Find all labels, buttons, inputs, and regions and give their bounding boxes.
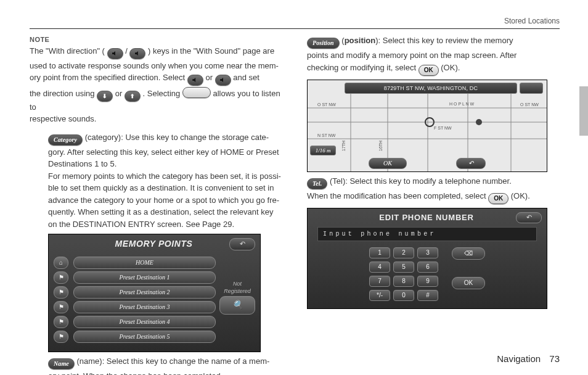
category-line7: quently. When setting it as a destinatio…	[48, 207, 282, 218]
phone-ok-button[interactable]: OK	[452, 277, 485, 289]
key-star[interactable]: */-	[369, 290, 390, 301]
header-section: Stored Locations	[30, 16, 560, 29]
mp-row-1[interactable]: ⚑Preset Destination 1	[54, 271, 216, 284]
mp-row-home[interactable]: ⌂ HOME	[54, 257, 216, 269]
phone-prompt: Input phone number	[317, 227, 537, 242]
position-line2: points and modify a memory point on the …	[307, 50, 560, 61]
column-right: Position (position): Select this key to …	[307, 35, 560, 375]
text: and set	[233, 73, 259, 82]
delete-button[interactable]: ⌫	[452, 247, 485, 260]
mp-row-5[interactable]: ⚑Preset Destination 5	[54, 331, 216, 343]
mp-slot[interactable]: Preset Destination 2	[73, 286, 216, 299]
text: or	[205, 73, 214, 82]
position-line3: checking or modifying it, select OK (OK)…	[307, 62, 560, 76]
not-registered-panel: Not Registered 🔍	[219, 254, 255, 345]
key-5[interactable]: 5	[393, 262, 414, 273]
map-ok-button[interactable]: OK	[369, 158, 407, 169]
memory-points-screen: MEMORY POINTS ↶ ⌂ HOME ⚑Preset Destinati…	[48, 234, 261, 352]
mp-row-2[interactable]: ⚑Preset Destination 2	[54, 286, 216, 299]
street-label: 17TH	[341, 141, 346, 151]
pin-icon: ⚑	[54, 331, 68, 343]
scale-indicator: 1/16 m	[310, 146, 336, 155]
text: checking or modifying it, select	[307, 63, 419, 72]
manual-page: Stored Locations NOTE The "With directio…	[0, 0, 588, 375]
key-9[interactable]: 9	[417, 276, 438, 287]
map-screen: 8729TH ST NW, WASHINGTON, DC O ST	[307, 80, 547, 172]
position-key: Position	[307, 38, 340, 49]
edge-tab	[579, 86, 588, 136]
mp-slot[interactable]: Preset Destination 1	[73, 271, 216, 284]
page-footer: Navigation 73	[497, 353, 560, 365]
text: (category): Use this key to change the s…	[85, 133, 269, 142]
pin-icon: ⚑	[54, 286, 68, 299]
listen-key-icon	[182, 87, 211, 98]
pin-icon: ⚑	[54, 316, 68, 328]
key-2[interactable]: 2	[393, 247, 414, 258]
category-line2: gory. After selecting this key, select e…	[48, 147, 282, 158]
category-line3: Destinations 1 to 5.	[48, 159, 282, 170]
street-label: F ST NW	[434, 126, 452, 130]
key-6[interactable]: 6	[417, 262, 438, 273]
note-line5: respective sounds.	[30, 113, 282, 125]
page-number: 73	[549, 353, 560, 364]
text: (OK).	[441, 63, 460, 72]
category-line8: on the DESTINATION ENTRY screen. See Pag…	[48, 219, 282, 230]
phone-screen: EDIT PHONE NUMBER ↶ Input phone number 1…	[307, 208, 547, 310]
map-button-bar: OK ↶	[308, 158, 547, 169]
phone-keypad: 1 2 3 4 5 6 7 8 9 */- 0 # ⌫	[312, 247, 542, 301]
key-0[interactable]: 0	[393, 290, 414, 301]
note-line4: the direction using or . Selecting allow…	[30, 87, 282, 113]
category-key: Category	[48, 134, 83, 146]
category-line6: advance the category to your home or a s…	[48, 195, 282, 206]
tel-line2: When the modification has been completed…	[307, 191, 560, 204]
text: ): Select this key to review the memory	[375, 36, 513, 45]
text: (OK).	[511, 191, 530, 200]
memory-points-titlebar: MEMORY POINTS ↶	[54, 238, 255, 250]
text: the direction using	[30, 89, 97, 98]
key-8[interactable]: 8	[393, 276, 414, 287]
text: The "With direction" (	[30, 46, 105, 56]
speaker-left-icon	[187, 75, 203, 86]
text: (Tel): Select this key to modify a telep…	[330, 176, 512, 186]
street-label: O ST NW	[317, 102, 336, 107]
key-1[interactable]: 1	[369, 247, 390, 258]
arrow-down-icon	[97, 91, 113, 102]
keypad-side: ⌫ OK	[452, 247, 485, 289]
arrow-up-icon	[125, 91, 141, 102]
footer-label: Navigation	[497, 353, 541, 364]
text: position	[345, 36, 376, 45]
mp-slot[interactable]: Preset Destination 3	[73, 301, 216, 313]
back-button[interactable]: ↶	[516, 212, 542, 223]
street-label: O ST NW	[520, 102, 539, 107]
text: ory point from the specified direction. …	[30, 73, 187, 82]
name-line2: ory point. When the change has been comp…	[48, 371, 282, 376]
key-4[interactable]: 4	[369, 262, 390, 273]
mp-row-3[interactable]: ⚑Preset Destination 3	[54, 301, 216, 313]
tel-key: Tel.	[307, 178, 327, 189]
speaker-left-icon	[107, 48, 123, 59]
category-line5: ble to set them quickly as a destination…	[48, 183, 282, 194]
street-label: H O P L N W	[449, 102, 474, 106]
speaker-right-icon	[215, 75, 231, 86]
map-back-button[interactable]: ↶	[456, 158, 486, 169]
ok-key: OK	[419, 65, 439, 76]
key-7[interactable]: 7	[369, 276, 390, 287]
speaker-right-icon	[129, 48, 145, 59]
key-hash[interactable]: #	[417, 290, 438, 301]
text: Not	[219, 280, 255, 287]
mp-slot[interactable]: HOME	[73, 257, 216, 269]
phone-titlebar: EDIT PHONE NUMBER ↶	[312, 212, 542, 223]
mp-row-4[interactable]: ⚑Preset Destination 4	[54, 316, 216, 328]
note-line3: ory point from the specified direction. …	[30, 72, 282, 86]
memory-point-icon	[476, 119, 482, 125]
memory-points-title: MEMORY POINTS	[78, 238, 229, 250]
key-3[interactable]: 3	[417, 247, 438, 258]
mp-slot[interactable]: Preset Destination 5	[73, 331, 216, 343]
back-button[interactable]: ↶	[229, 238, 255, 250]
text: ) keys in the "With Sound" page are	[148, 46, 274, 56]
category-line4: For memory points to which the category …	[48, 171, 282, 182]
mp-slot[interactable]: Preset Destination 4	[73, 316, 216, 328]
pin-icon: ⚑	[54, 271, 68, 284]
search-button[interactable]: 🔍	[219, 296, 255, 315]
category-line1: Category (category): Use this key to cha…	[48, 132, 282, 146]
